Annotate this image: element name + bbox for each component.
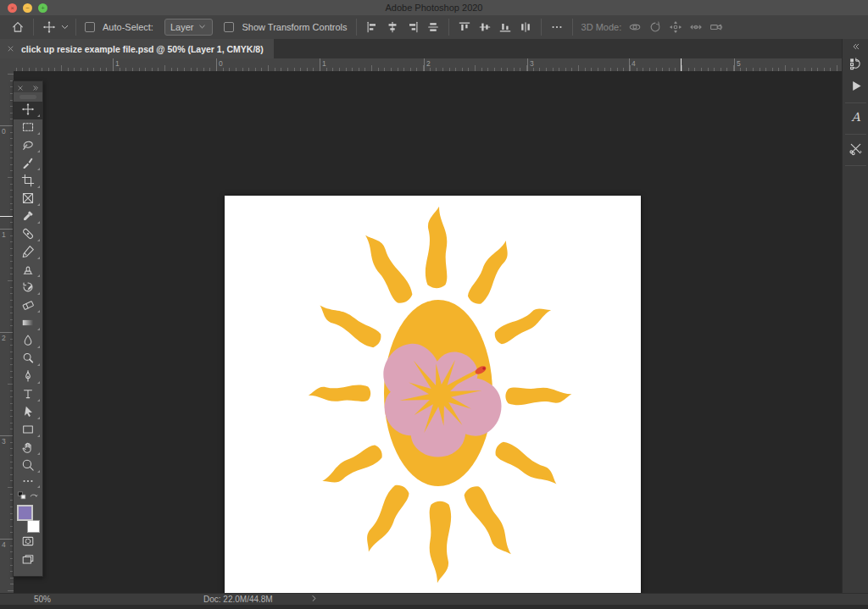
align-bottom-edges-button[interactable] bbox=[495, 17, 515, 37]
title-bar: Adobe Photoshop 2020 bbox=[0, 0, 868, 15]
distribute-vertical-centers-button[interactable] bbox=[515, 17, 536, 37]
tool-rectangular-marquee[interactable] bbox=[14, 119, 42, 137]
layer-select-value: Layer bbox=[170, 22, 194, 32]
align-vertical-centers-button[interactable] bbox=[475, 17, 495, 37]
brush-icon bbox=[21, 245, 35, 262]
history-panel-icon bbox=[849, 57, 863, 75]
tool-pen[interactable] bbox=[14, 368, 42, 386]
more-align-options-button[interactable] bbox=[547, 17, 567, 37]
quick-mask-button[interactable] bbox=[14, 534, 42, 552]
palette-grip[interactable] bbox=[19, 95, 36, 99]
ruler-number: 2 bbox=[2, 334, 6, 342]
minimize-window-button[interactable] bbox=[23, 3, 32, 13]
tool-palette bbox=[13, 80, 43, 577]
tool-lasso[interactable] bbox=[14, 137, 42, 155]
home-button[interactable] bbox=[8, 17, 28, 37]
tool-crop[interactable] bbox=[14, 173, 42, 191]
crop-icon bbox=[21, 174, 35, 191]
swap-colors-icon[interactable] bbox=[28, 490, 39, 505]
tool-blur[interactable] bbox=[14, 333, 42, 351]
zoom-icon bbox=[21, 458, 35, 475]
document-size-info: Doc: 22.0M/44.8M bbox=[203, 595, 273, 604]
pan-3d-camera-button[interactable] bbox=[665, 17, 686, 37]
zoom-level-field[interactable]: 50% bbox=[34, 595, 51, 604]
panel-history-button[interactable] bbox=[843, 54, 868, 76]
edit-toolbar-button[interactable] bbox=[14, 475, 42, 490]
align-left-edges-button[interactable] bbox=[362, 17, 382, 37]
dodge-icon bbox=[21, 352, 35, 368]
distribute-horizontal-centers-button[interactable] bbox=[423, 17, 443, 37]
tool-rectangle[interactable] bbox=[14, 422, 42, 440]
tool-spot-healing-brush[interactable] bbox=[14, 226, 42, 244]
marquee-icon bbox=[21, 120, 35, 137]
tool-object-selection[interactable] bbox=[14, 155, 42, 173]
align-horizontal-centers-button[interactable] bbox=[382, 17, 403, 37]
background-color-swatch[interactable] bbox=[27, 520, 40, 533]
object-selection-icon bbox=[21, 156, 35, 173]
panel-actions-button[interactable] bbox=[843, 76, 868, 98]
tool-brush[interactable] bbox=[14, 244, 42, 262]
glyphs-icon: A bbox=[849, 110, 863, 128]
tool-gradient[interactable] bbox=[14, 315, 42, 333]
default-colors-icon[interactable] bbox=[17, 490, 28, 505]
dolly-3d-camera-button[interactable] bbox=[706, 17, 726, 37]
tab-bar: click up resize example file.psd @ 50% (… bbox=[0, 39, 842, 59]
color-controls bbox=[14, 490, 42, 504]
ruler-cursor-indicator bbox=[0, 216, 14, 217]
tool-dodge[interactable] bbox=[14, 351, 42, 368]
chevron-down-icon bbox=[198, 22, 207, 33]
pasteboard bbox=[14, 71, 842, 593]
slide-3d-camera-button[interactable] bbox=[686, 17, 706, 37]
show-transform-checkbox[interactable] bbox=[224, 22, 234, 32]
tool-type[interactable] bbox=[14, 386, 42, 404]
status-expand-chevron-icon[interactable] bbox=[310, 595, 318, 604]
panel-tool-presets-button[interactable] bbox=[843, 139, 868, 161]
close-window-button[interactable] bbox=[8, 3, 17, 13]
ellipsis-icon bbox=[21, 474, 35, 491]
canvas[interactable] bbox=[225, 196, 641, 609]
move-tool-icon bbox=[39, 17, 59, 37]
ruler-number: 3 bbox=[2, 437, 6, 446]
document-tab[interactable]: click up resize example file.psd @ 50% (… bbox=[0, 39, 274, 58]
auto-select-checkbox[interactable] bbox=[85, 22, 95, 32]
foreground-color-swatch[interactable] bbox=[17, 505, 33, 521]
type-icon bbox=[21, 387, 35, 404]
tool-move[interactable] bbox=[14, 102, 42, 119]
ruler-number: 3 bbox=[530, 59, 534, 68]
three-d-mode-label: 3D Mode: bbox=[581, 22, 622, 32]
tool-frame[interactable] bbox=[14, 191, 42, 208]
align-right-edges-button[interactable] bbox=[403, 17, 423, 37]
ruler-number: 2 bbox=[426, 59, 431, 68]
align-top-edges-button[interactable] bbox=[454, 17, 475, 37]
zoom-window-button[interactable] bbox=[38, 3, 47, 13]
double-chevron-right-icon[interactable] bbox=[32, 80, 39, 95]
tool-history-brush[interactable] bbox=[14, 280, 42, 297]
panel-dock: A bbox=[842, 39, 868, 593]
tool-eraser[interactable] bbox=[14, 297, 42, 315]
status-bar: 50% Doc: 22.0M/44.8M bbox=[0, 593, 868, 605]
show-transform-label: Show Transform Controls bbox=[242, 22, 347, 32]
tool-eyedropper[interactable] bbox=[14, 208, 42, 226]
sun-flower-artwork bbox=[225, 196, 641, 609]
quick-mask-icon bbox=[21, 534, 35, 551]
close-icon[interactable] bbox=[17, 80, 24, 95]
healing-icon bbox=[21, 227, 35, 244]
close-tab-icon[interactable] bbox=[7, 44, 14, 54]
expand-panels-button[interactable] bbox=[843, 39, 868, 54]
layer-select-dropdown[interactable]: Layer bbox=[164, 19, 214, 36]
rectangle-icon bbox=[21, 423, 35, 440]
tool-preset-chevron-icon[interactable] bbox=[59, 17, 70, 37]
screen-mode-icon bbox=[21, 553, 35, 570]
orbit-3d-camera-button[interactable] bbox=[625, 17, 645, 37]
tool-clone-stamp[interactable] bbox=[14, 262, 42, 280]
ruler-horizontal[interactable]: 1012345 bbox=[14, 58, 842, 72]
tool-path-selection[interactable] bbox=[14, 404, 42, 422]
screen-mode-button[interactable] bbox=[14, 552, 42, 571]
tool-zoom[interactable] bbox=[14, 457, 42, 475]
align-buttons-vertical bbox=[454, 17, 536, 37]
window-bottom-edge bbox=[0, 605, 868, 609]
roll-3d-camera-button[interactable] bbox=[645, 17, 665, 37]
tool-palette-header[interactable] bbox=[14, 81, 42, 92]
panel-glyphs-button[interactable]: A bbox=[843, 108, 868, 130]
tool-hand[interactable] bbox=[14, 440, 42, 457]
